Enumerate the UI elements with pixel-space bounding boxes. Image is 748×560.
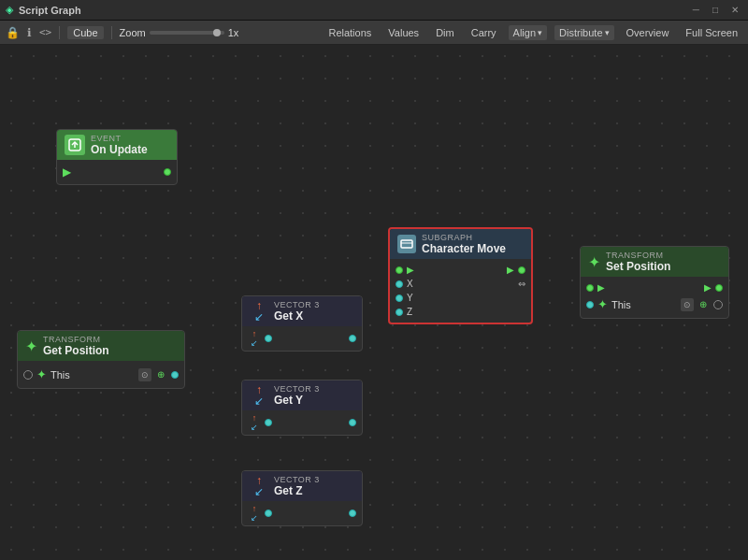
subgraph-z-row: Z: [390, 305, 531, 319]
subgraph-name: Character Move: [422, 242, 506, 255]
info-icon[interactable]: ℹ: [27, 26, 32, 39]
close-button[interactable]: ✕: [727, 5, 742, 15]
get-x-name: Get X: [274, 309, 320, 323]
get-position-name: Get Position: [43, 344, 109, 357]
set-position-header: ✦ Transform Set Position: [581, 247, 728, 277]
set-position-out-arrow: ▶: [704, 282, 712, 293]
set-position-transform-icon: ✦: [588, 253, 600, 271]
subgraph-x-port: [396, 280, 403, 288]
get-position-output-port: [171, 371, 179, 379]
zoom-slider[interactable]: [150, 31, 224, 35]
svg-rect-2: [401, 240, 412, 248]
on-update-output-port: [164, 168, 171, 176]
get-position-this-row: ✦ This ⊙ ⊕: [18, 365, 184, 384]
lock-icon[interactable]: 🔒: [6, 26, 20, 39]
code-icon[interactable]: <>: [39, 26, 51, 38]
get-y-header: ↑ ↙ Vector 3 Get Y: [242, 381, 362, 410]
set-position-in-arrow: ▶: [597, 282, 605, 293]
on-update-body: ▶: [57, 160, 177, 184]
get-y-type: Vector 3: [274, 384, 320, 394]
get-position-crosshair: ⊕: [157, 369, 165, 380]
transform-icon: ✦: [25, 337, 37, 355]
get-position-header: ✦ Transform Get Position: [18, 331, 184, 361]
get-z-node[interactable]: ↑ ↙ Vector 3 Get Z ↑ ↙: [241, 470, 363, 526]
overview-button[interactable]: Overview: [622, 25, 674, 40]
zoom-value: 1x: [228, 27, 239, 38]
script-graph-icon: ◈: [6, 4, 13, 16]
subgraph-z-port: [396, 309, 403, 316]
separator2: [111, 26, 112, 39]
get-z-input-port: [265, 510, 272, 517]
set-position-this-label: This: [611, 299, 631, 310]
get-z-output-port: [349, 510, 356, 517]
get-z-name: Get Z: [274, 484, 320, 497]
get-position-node[interactable]: ✦ Transform Get Position ✦ This ⊙ ⊕: [17, 330, 185, 389]
subgraph-flow-out: [518, 266, 525, 274]
set-position-header-text: Transform Set Position: [606, 251, 670, 273]
get-z-header: ↑ ↙ Vector 3 Get Z: [242, 471, 362, 501]
set-position-flow-out: [715, 284, 723, 292]
get-y-body: ↑ ↙: [242, 410, 362, 435]
zoom-label: Zoom: [120, 27, 146, 38]
vector3-z-icon: ↑ ↙: [250, 477, 268, 495]
get-y-left-icon: ↑ ↙: [248, 416, 261, 429]
separator: [59, 26, 60, 39]
subgraph-flow-out-arrow: ▶: [507, 265, 514, 275]
event-icon: [65, 135, 85, 155]
get-position-header-text: Transform Get Position: [43, 335, 109, 357]
set-position-this-row: ✦ This ⊙ ⊕: [581, 294, 728, 314]
target-icon[interactable]: ⊙: [138, 368, 151, 381]
title-bar: ◈ Script Graph ─ □ ✕: [0, 0, 748, 21]
distribute-button[interactable]: Distribute ▾: [554, 25, 613, 40]
get-y-input-port: [265, 419, 272, 426]
on-update-name: On Update: [91, 143, 148, 156]
zoom-area: Zoom 1x: [120, 27, 239, 38]
minimize-button[interactable]: ─: [689, 5, 703, 15]
get-x-input-port: [265, 335, 272, 342]
maximize-button[interactable]: □: [709, 5, 722, 15]
values-button[interactable]: Values: [383, 25, 424, 40]
dim-button[interactable]: Dim: [431, 25, 459, 40]
on-update-node[interactable]: Event On Update ▶: [56, 129, 178, 185]
get-x-header: ↑ ↙ Vector 3 Get X: [242, 296, 362, 326]
subgraph-x-row: X ⇔: [390, 277, 531, 291]
set-position-node[interactable]: ✦ Transform Set Position ▶ ▶ ✦ This ⊙: [580, 246, 729, 319]
subgraph-flow-in-arrow: ▶: [407, 265, 414, 275]
set-position-body: ▶ ▶ ✦ This ⊙ ⊕: [581, 277, 728, 318]
get-position-body: ✦ This ⊙ ⊕: [18, 361, 184, 388]
canvas[interactable]: Event On Update ▶ ✦ Transform Get Positi…: [0, 45, 748, 560]
set-position-target-icon[interactable]: ⊙: [681, 298, 694, 311]
set-position-right-port: [713, 300, 723, 309]
get-z-left-icon: ↑ ↙: [248, 507, 261, 520]
get-z-body: ↑ ↙: [242, 501, 362, 525]
subgraph-flow-in: [396, 266, 403, 274]
get-z-header-text: Vector 3 Get Z: [274, 475, 320, 497]
get-x-output-port: [349, 335, 356, 342]
align-button[interactable]: Align ▾: [509, 25, 547, 40]
set-position-type: Transform: [606, 251, 670, 260]
set-position-this-icon: ✦: [597, 297, 608, 311]
set-position-flow-in: [586, 284, 594, 292]
vector3-x-icon: ↑ ↙: [250, 302, 268, 321]
get-y-header-text: Vector 3 Get Y: [274, 384, 320, 407]
get-position-left-port: [23, 370, 33, 380]
subgraph-y-label: Y: [407, 293, 413, 303]
subgraph-node[interactable]: Subgraph Character Move ▶ ▶ X ⇔: [388, 227, 533, 324]
on-update-header-text: Event On Update: [91, 134, 148, 156]
relations-button[interactable]: Relations: [324, 25, 376, 40]
subgraph-body: ▶ ▶ X ⇔ Y Z: [390, 259, 531, 323]
fullscreen-button[interactable]: Full Screen: [681, 25, 742, 40]
get-y-node[interactable]: ↑ ↙ Vector 3 Get Y ↑ ↙: [241, 380, 363, 436]
set-position-this-port: [586, 301, 594, 309]
get-x-node[interactable]: ↑ ↙ Vector 3 Get X ↑ ↙: [241, 295, 363, 352]
subgraph-flow-row: ▶ ▶: [390, 263, 531, 277]
get-y-name: Get Y: [274, 394, 320, 407]
carry-button[interactable]: Carry: [467, 25, 501, 40]
subgraph-x-label: X: [407, 279, 413, 289]
get-position-this-label: This: [50, 369, 70, 381]
cube-label[interactable]: Cube: [67, 26, 103, 39]
on-update-output-arrow: ▶: [63, 165, 71, 179]
get-x-type: Vector 3: [274, 300, 320, 309]
subgraph-header: Subgraph Character Move: [390, 229, 531, 259]
subgraph-expand-icon: ⇔: [518, 279, 525, 289]
